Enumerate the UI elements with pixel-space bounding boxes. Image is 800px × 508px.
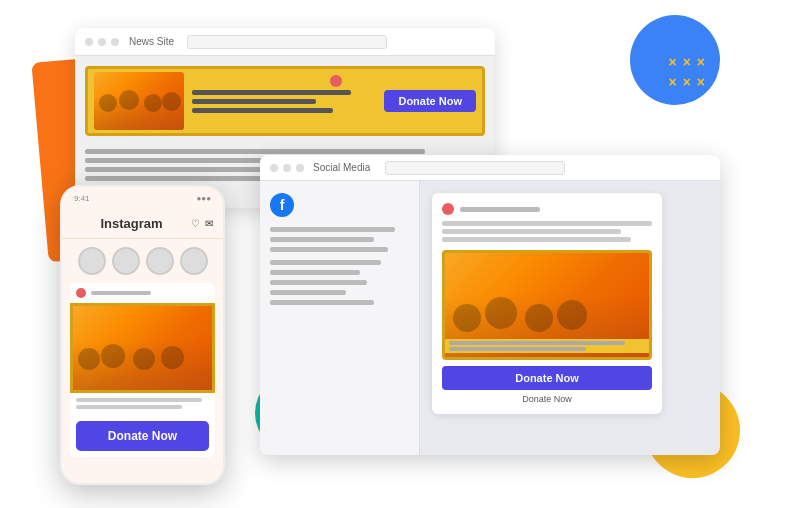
social-window-title: Social Media	[313, 162, 370, 173]
fb-post-photo	[442, 250, 652, 360]
fb-text-3	[442, 237, 631, 242]
fb-post-text	[442, 221, 652, 242]
news-ad-line-1	[192, 90, 351, 95]
social-sidebar: f	[260, 181, 420, 455]
photo-caption-line-2	[449, 347, 586, 351]
sidebar-line-6	[270, 280, 367, 285]
phone-status-bar: 9:41 ●●●	[62, 187, 223, 209]
fb-text-2	[442, 229, 621, 234]
x-mark-1: ×	[668, 55, 676, 69]
news-ad-photo	[94, 72, 184, 130]
main-scene: × × × × × × News Site	[0, 0, 800, 508]
heart-icon: ♡	[191, 218, 200, 229]
social-donate-small-text: Donate Now	[442, 394, 652, 404]
fb-poster-name	[460, 207, 540, 212]
insta-child-4	[161, 346, 184, 369]
sidebar-line-2	[270, 237, 374, 242]
social-child-3	[525, 304, 553, 332]
message-icon: ✉	[205, 218, 213, 229]
news-ad-text-lines	[192, 90, 368, 113]
news-window-title: News Site	[129, 36, 174, 47]
news-url-bar	[187, 35, 387, 49]
social-browser-window: Social Media f	[260, 155, 720, 455]
instagram-title: Instagram	[72, 216, 191, 231]
story-1[interactable]	[78, 247, 106, 275]
phone-battery: ●●●	[197, 194, 212, 203]
fb-text-1	[442, 221, 652, 226]
instagram-stories	[70, 247, 215, 275]
caption-2	[76, 405, 182, 409]
children-photo-instagram	[73, 306, 212, 390]
social-donate-button[interactable]: Donate Now	[442, 366, 652, 390]
x-mark-6: ×	[697, 75, 705, 89]
browser-dot-1	[85, 38, 93, 46]
instagram-header: Instagram ♡ ✉	[62, 209, 223, 239]
social-url-bar	[385, 161, 565, 175]
news-donate-button[interactable]: Donate Now	[384, 90, 476, 112]
fb-photo-caption-bar	[445, 339, 649, 353]
social-browser-bar: Social Media	[260, 155, 720, 181]
x-mark-2: ×	[683, 55, 691, 69]
insta-child-3	[133, 348, 155, 370]
x-marks-decoration: × × × × × ×	[668, 55, 705, 89]
social-dot-2	[283, 164, 291, 172]
phone-time: 9:41	[74, 194, 90, 203]
caption-1	[76, 398, 202, 402]
sidebar-line-1	[270, 227, 395, 232]
news-ad-red-dot	[330, 75, 342, 87]
sidebar-line-5	[270, 270, 360, 275]
browser-dot-3	[111, 38, 119, 46]
x-mark-4: ×	[668, 75, 676, 89]
fb-post-avatar	[442, 203, 454, 215]
insta-avatar	[76, 288, 86, 298]
x-mark-3: ×	[697, 55, 705, 69]
instagram-icons: ♡ ✉	[191, 218, 213, 229]
children-photo-news	[94, 72, 184, 130]
sidebar-line-8	[270, 300, 374, 305]
x-mark-5: ×	[683, 75, 691, 89]
child-1	[99, 94, 117, 112]
social-feed: Donate Now Donate Now	[420, 181, 720, 455]
social-child-4	[557, 300, 587, 330]
instagram-content: Donate Now	[62, 239, 223, 465]
phone-device: 9:41 ●●● Instagram ♡ ✉	[60, 185, 225, 485]
child-4	[162, 92, 181, 111]
social-dot-1	[270, 164, 278, 172]
social-child-1	[453, 304, 481, 332]
insta-child-2	[101, 344, 125, 368]
news-line-1	[85, 149, 425, 154]
child-2	[119, 90, 139, 110]
social-child-2	[485, 297, 517, 329]
child-3	[144, 94, 162, 112]
instagram-post-photo	[70, 303, 215, 393]
sidebar-line-7	[270, 290, 346, 295]
sidebar-line-4	[270, 260, 381, 265]
social-content-area: f	[260, 181, 720, 455]
insta-post-header	[70, 283, 215, 303]
instagram-donate-button[interactable]: Donate Now	[76, 421, 209, 451]
sidebar-spacer	[270, 260, 409, 305]
insta-poster-name	[91, 291, 151, 295]
browser-dot-2	[98, 38, 106, 46]
news-browser-bar: News Site	[75, 28, 495, 56]
news-ad-banner: Donate Now	[85, 66, 485, 136]
instagram-post: Donate Now	[70, 283, 215, 457]
insta-child-1	[78, 348, 100, 370]
facebook-post-card: Donate Now Donate Now	[432, 193, 662, 414]
story-3[interactable]	[146, 247, 174, 275]
photo-caption-line-1	[449, 341, 625, 345]
fb-post-header	[442, 203, 652, 215]
social-dot-3	[296, 164, 304, 172]
sidebar-line-3	[270, 247, 388, 252]
story-2[interactable]	[112, 247, 140, 275]
insta-caption	[70, 393, 215, 417]
news-ad-line-3	[192, 108, 333, 113]
story-4[interactable]	[180, 247, 208, 275]
facebook-logo: f	[270, 193, 294, 217]
news-ad-line-2	[192, 99, 316, 104]
